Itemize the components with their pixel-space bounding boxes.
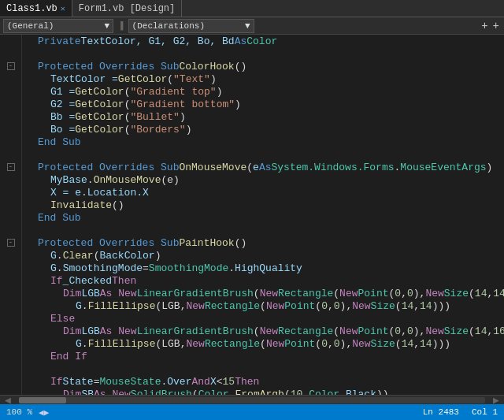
keyword: New: [266, 338, 284, 350]
number: 14: [402, 338, 414, 350]
code-text: ),: [413, 325, 426, 337]
code-line: Else: [22, 312, 504, 325]
keyword: Protected Overrides Sub: [38, 162, 179, 173]
gutter-line: [0, 350, 21, 362]
code-text: (LGB,: [155, 300, 186, 312]
code-line: If _Checked Then: [22, 274, 504, 287]
declarations-dropdown-label: (Declarations): [132, 21, 205, 31]
hscroll-left[interactable]: ◀: [0, 396, 16, 404]
code-text: ,: [401, 288, 407, 299]
type-name: MouseState: [99, 376, 161, 388]
keyword: End If: [50, 351, 87, 362]
function-name: FillEllipse: [88, 338, 156, 350]
tab-form1[interactable]: Form1.vb [Design]: [72, 0, 182, 17]
horizontal-scrollbar[interactable]: ◀ ▶: [0, 395, 504, 404]
keyword: New: [186, 300, 204, 312]
code-text: (: [254, 288, 260, 299]
code-line: Protected Overrides Sub OnMouseMove ( e …: [22, 161, 504, 173]
code-line: [22, 148, 504, 161]
keyword: New: [425, 288, 443, 299]
tab-class1[interactable]: Class1.vb ✕: [0, 0, 72, 17]
type-name: MouseEventArgs: [400, 162, 486, 173]
gutter-line: [0, 274, 21, 287]
gutter-line: [0, 249, 21, 262]
code-text: ),: [340, 300, 353, 312]
code-editor[interactable]: Private TextColor, G1, G2, Bo, Bd As Col…: [22, 35, 504, 395]
status-left: 100 % ◀▶: [6, 407, 49, 418]
code-line: G . FillEllipse (LGB, New Rectangle ( Ne…: [22, 337, 504, 350]
code-text: .: [87, 174, 94, 186]
declarations-dropdown[interactable]: (Declarations) ▼: [128, 19, 254, 33]
keyword: Then: [112, 275, 136, 287]
gutter-line: [0, 110, 21, 123]
keyword: New: [260, 288, 278, 299]
toolbar-plus2-icon[interactable]: +: [491, 20, 501, 32]
type-name: Rectangle: [205, 338, 260, 350]
hscroll-thumb[interactable]: [19, 397, 66, 403]
code-text: (: [124, 124, 131, 136]
gutter-line: [0, 148, 21, 161]
function-name: GetColor: [75, 86, 124, 98]
toolbar-icons: + +: [480, 20, 501, 32]
type-name: Color: [309, 388, 339, 396]
code-text: (e): [161, 174, 179, 186]
code-text: State: [63, 376, 94, 388]
hscroll-track[interactable]: [19, 397, 485, 403]
number: 14: [475, 325, 487, 337]
code-text: G1 =: [50, 86, 75, 98]
code-text: .: [161, 376, 167, 388]
code-text: (: [124, 98, 131, 110]
code-text: (: [469, 288, 475, 299]
code-text: (: [246, 162, 253, 173]
code-text: (): [235, 61, 247, 72]
code-text: (: [389, 325, 395, 337]
gutter-collapse[interactable]: -: [0, 236, 21, 249]
code-text: ),: [340, 338, 353, 350]
type-name: Size: [371, 300, 395, 312]
status-bar: 100 % ◀▶ Ln 2483 Col 1: [0, 404, 504, 420]
function-name: Invalidate: [50, 199, 112, 211]
code-text: G: [76, 338, 82, 350]
code-text: (: [315, 338, 321, 350]
type-name: System.Windows.Forms: [272, 162, 395, 173]
number: 14: [420, 300, 432, 312]
general-dropdown[interactable]: (General) ▼: [3, 19, 113, 33]
code-line: X = e.Location.X: [22, 186, 504, 199]
code-text: G: [76, 300, 82, 312]
code-text: ): [235, 98, 241, 110]
keyword: Dim: [63, 388, 81, 396]
code-text: (: [333, 288, 339, 299]
code-text: (: [192, 388, 198, 396]
hscroll-right[interactable]: ▶: [488, 396, 504, 404]
gutter-collapse[interactable]: -: [0, 161, 21, 173]
type-name: Rectangle: [278, 288, 333, 299]
type-name: Color: [246, 35, 277, 47]
function-name: OnMouseMove: [94, 174, 161, 186]
code-line: Dim LGB As New LinearGradientBrush ( New…: [22, 287, 504, 299]
number: 10: [291, 388, 303, 396]
code-text: (: [395, 338, 402, 350]
code-text: )): [376, 388, 389, 396]
gutter-line: [0, 136, 21, 148]
keyword: As New: [100, 325, 137, 337]
code-text: (: [124, 86, 131, 98]
type-name: Size: [444, 325, 469, 337]
code-text: .: [395, 162, 401, 173]
gutter-collapse[interactable]: -: [0, 60, 21, 72]
code-text: Bb =: [50, 111, 75, 123]
code-text: Black: [346, 388, 376, 396]
code-text: _Checked: [63, 275, 112, 287]
keyword: New: [352, 338, 370, 350]
code-text: (: [124, 111, 131, 123]
toolbar-plus1-icon[interactable]: +: [480, 20, 489, 32]
code-text: .: [82, 338, 88, 350]
number: 0: [395, 288, 401, 299]
gutter-line: [0, 72, 21, 85]
keyword: New: [339, 325, 358, 337]
code-line: End If: [22, 350, 504, 362]
code-text: X = e.Location.X: [50, 187, 149, 199]
code-text: ))): [432, 300, 450, 312]
keyword: Dim: [63, 325, 81, 337]
keyword: New: [260, 325, 278, 337]
keyword: As New: [94, 388, 131, 396]
